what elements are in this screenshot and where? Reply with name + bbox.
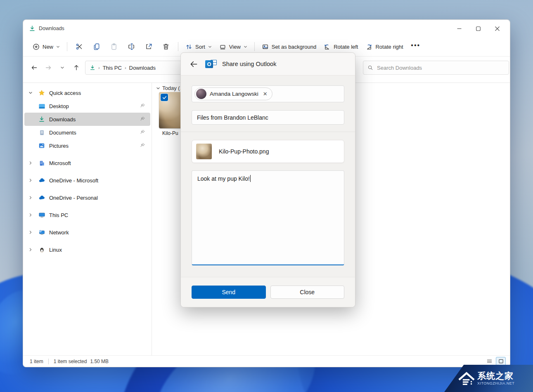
building-icon — [37, 160, 47, 166]
chevron-right-icon[interactable] — [24, 161, 37, 165]
star-icon — [37, 90, 47, 96]
onedrive-cloud-icon — [37, 177, 47, 184]
recent-locations-button[interactable] — [55, 61, 69, 74]
chevron-right-icon[interactable] — [24, 230, 37, 234]
chevron-right-icon[interactable] — [24, 213, 37, 217]
statusbar-separator — [48, 359, 49, 364]
dialog-divider — [181, 132, 355, 132]
send-button[interactable]: Send — [192, 286, 266, 299]
item-count: 1 item — [30, 359, 43, 364]
copy-button[interactable] — [88, 40, 105, 54]
breadcrumb-this-pc[interactable]: This PC — [103, 65, 122, 71]
details-view-button[interactable] — [484, 357, 494, 366]
downloads-icon — [37, 116, 47, 123]
rotate-right-button[interactable]: Rotate right — [362, 41, 407, 53]
attachment-thumbnail — [196, 144, 212, 159]
close-button[interactable] — [488, 21, 507, 35]
sort-button[interactable]: Sort — [182, 41, 216, 53]
minimize-button[interactable] — [450, 21, 469, 35]
chevron-right-icon[interactable] — [24, 196, 37, 200]
sidebar-item-network[interactable]: Network — [24, 226, 150, 239]
subject-input[interactable] — [192, 110, 344, 125]
dialog-header: O Share using Outlook — [181, 53, 355, 76]
maximize-button[interactable] — [469, 21, 488, 35]
sidebar-item-label: Documents — [49, 130, 76, 136]
rename-button[interactable] — [123, 40, 140, 54]
sidebar-item-desktop[interactable]: Desktop — [24, 99, 150, 113]
more-options-button[interactable]: ••• — [407, 40, 424, 54]
attachment-card[interactable]: Kilo-Pup-Photo.png — [192, 140, 344, 163]
search-box[interactable] — [363, 61, 509, 75]
sidebar-item-linux[interactable]: Linux — [24, 243, 150, 256]
remove-recipient-icon[interactable]: ✕ — [262, 91, 269, 97]
view-button[interactable]: View — [216, 41, 251, 53]
chevron-down-icon[interactable] — [24, 91, 37, 95]
share-button[interactable] — [140, 40, 157, 54]
onedrive-cloud-icon — [37, 194, 47, 201]
recipient-name: Amanda Langowski — [210, 91, 258, 97]
dialog-footer: Send Close — [181, 277, 355, 307]
breadcrumb-downloads[interactable]: Downloads — [129, 65, 156, 71]
breadcrumb-separator-icon: › — [125, 65, 126, 70]
paste-button[interactable] — [105, 40, 123, 54]
set-as-background-button[interactable]: Set as background — [258, 41, 320, 53]
delete-button[interactable] — [157, 40, 175, 54]
downloads-icon — [90, 65, 95, 71]
sidebar-item-label: Network — [49, 229, 69, 236]
rotate-right-label: Rotate right — [375, 44, 403, 50]
rotate-left-button[interactable]: Rotate left — [320, 41, 362, 53]
sidebar-item-microsoft[interactable]: Microsoft — [24, 156, 150, 170]
back-icon[interactable] — [187, 58, 200, 70]
forward-button[interactable] — [41, 61, 55, 74]
message-body-text: Look at my pup Kilo! — [197, 175, 250, 182]
new-button-label: New — [43, 44, 53, 50]
sidebar-item-documents[interactable]: Documents — [24, 126, 150, 139]
watermark-text: 系统之家 XITONGZHIJIA.NET — [477, 371, 514, 385]
selection-count: 1 item selected — [54, 359, 87, 364]
sidebar-item-onedrive-personal[interactable]: OneDrive - Personal — [24, 191, 150, 204]
sidebar-item-downloads[interactable]: Downloads — [24, 113, 150, 126]
up-button[interactable] — [69, 61, 83, 74]
window-title: Downloads — [39, 26, 64, 31]
dialog-title: Share using Outlook — [222, 61, 276, 67]
pin-icon — [140, 116, 145, 121]
sidebar-item-label: Quick access — [49, 90, 81, 96]
search-icon — [367, 65, 373, 71]
recipient-field[interactable]: Amanda Langowski ✕ — [192, 85, 344, 102]
text-cursor — [250, 175, 251, 182]
sidebar-item-label: This PC — [49, 212, 68, 218]
group-header-today[interactable]: Today (1 — [156, 85, 183, 91]
sidebar-item-label: Downloads — [49, 116, 76, 123]
sort-icon — [185, 43, 192, 50]
titlebar[interactable]: Downloads — [23, 20, 510, 37]
window-controls — [450, 21, 507, 35]
pictures-icon — [37, 142, 47, 149]
selection-checkbox[interactable] — [161, 94, 168, 101]
navigation-pane: Quick access Desktop Downloads Documents… — [23, 83, 152, 355]
rotate-left-label: Rotate left — [334, 44, 358, 50]
sidebar-item-label: Pictures — [49, 143, 69, 149]
share-using-outlook-dialog: O Share using Outlook Amanda Langowski ✕… — [180, 52, 355, 307]
chevron-right-icon[interactable] — [24, 248, 37, 252]
message-body-input[interactable]: Look at my pup Kilo! — [192, 170, 344, 265]
new-button[interactable]: New — [29, 41, 64, 53]
recipient-chip[interactable]: Amanda Langowski ✕ — [194, 87, 272, 100]
sidebar-item-onedrive-microsoft[interactable]: OneDrive - Microsoft — [24, 174, 150, 187]
rotate-left-icon — [324, 43, 331, 50]
back-button[interactable] — [27, 61, 41, 74]
recipient-avatar — [196, 89, 206, 99]
chevron-down-icon — [156, 86, 160, 90]
sidebar-item-quick-access[interactable]: Quick access — [24, 86, 150, 99]
sidebar-item-this-pc[interactable]: This PC — [24, 208, 150, 222]
search-input[interactable] — [377, 65, 505, 71]
rotate-right-icon — [365, 43, 372, 50]
chevron-right-icon[interactable] — [24, 178, 37, 182]
sidebar-item-label: Linux — [49, 247, 62, 253]
sidebar-item-label: OneDrive - Microsoft — [49, 177, 98, 184]
thumbnail-view-button[interactable] — [496, 357, 506, 366]
sidebar-item-pictures[interactable]: Pictures — [24, 139, 150, 152]
desktop-folder-icon — [37, 103, 47, 110]
cut-button[interactable] — [71, 40, 88, 54]
close-dialog-button[interactable]: Close — [270, 286, 345, 299]
sidebar-item-label: Microsoft — [49, 160, 71, 166]
